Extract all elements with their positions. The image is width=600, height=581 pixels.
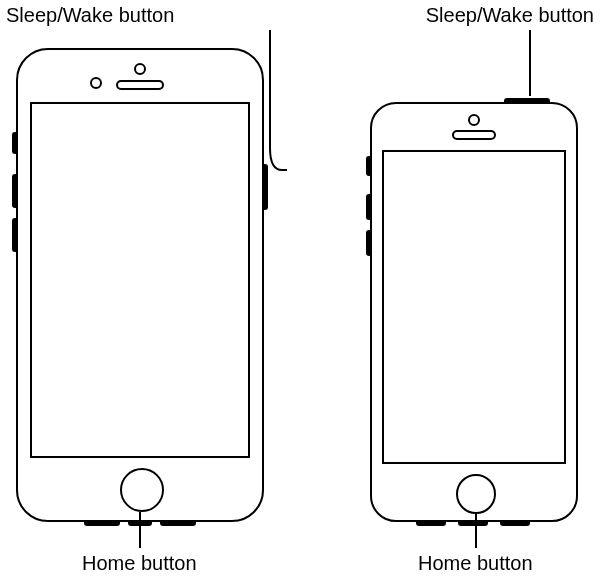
callout-sleep-wake-right bbox=[480, 0, 600, 110]
callout-home-right bbox=[420, 490, 540, 570]
iphone-right bbox=[370, 102, 578, 522]
callout-home-left bbox=[0, 480, 300, 570]
callout-sleep-wake-left bbox=[0, 0, 300, 200]
